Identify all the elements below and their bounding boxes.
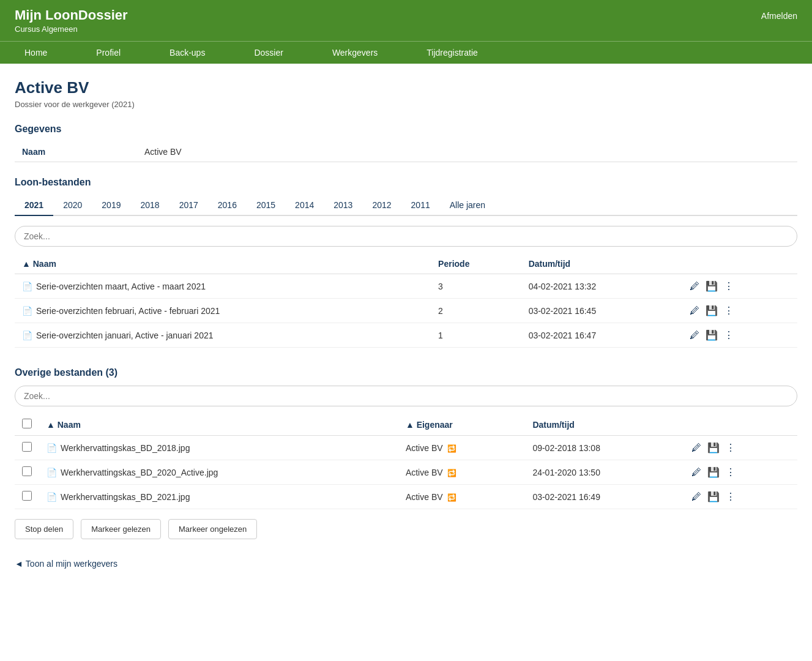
year-tab-2014[interactable]: 2014 [285, 195, 324, 216]
overige-checkbox-3[interactable] [22, 491, 32, 501]
overige-info-icon-2[interactable]: ⋮ [726, 466, 736, 478]
overige-row-1-datum: 09-02-2018 13:08 [525, 436, 683, 460]
gegevens-table: Naam Active BV [15, 142, 797, 162]
overige-col-eigenaar[interactable]: ▲ Eigenaar [398, 414, 525, 436]
info-icon-1[interactable]: ⋮ [724, 280, 734, 292]
app-title: Mijn LoonDossier [15, 7, 128, 23]
overige-section-title: Overige bestanden (3) [15, 367, 797, 378]
year-tab-2018[interactable]: 2018 [130, 195, 169, 216]
sort-eigenaar-icon: ▲ [406, 420, 414, 430]
download-icon-2[interactable]: 💾 [706, 305, 718, 316]
overige-download-icon-2[interactable]: 💾 [707, 466, 720, 478]
overige-row-2-cb [15, 460, 39, 485]
overige-row-2-eigenaar: Active BV 🔁 [398, 460, 525, 485]
overige-row-3-actions: 🖉 💾 ⋮ [684, 485, 797, 509]
edit-icon-3[interactable]: 🖉 [690, 330, 699, 341]
overige-file-icon-2: 📄 [47, 468, 57, 477]
info-icon-3[interactable]: ⋮ [724, 329, 734, 341]
loon-row-3-naam: 📄 Serie-overzichten januari, Active - ja… [15, 323, 431, 348]
overige-search-input[interactable] [15, 386, 797, 406]
loon-row-3-actions: 🖉 💾 ⋮ [682, 323, 797, 348]
overige-row-3-naam: 📄 Werkhervattingskas_BD_2021.jpg [39, 485, 398, 509]
loon-row-2: 📄 Serie-overzichten februari, Active - f… [15, 299, 797, 323]
nav-home[interactable]: Home [0, 42, 72, 64]
select-all-checkbox[interactable] [22, 419, 32, 428]
loon-col-actions [682, 254, 797, 274]
page-subtitle: Dossier voor de werkgever (2021) [15, 100, 797, 109]
loon-col-naam[interactable]: ▲ Naam [15, 254, 431, 274]
share-icon-2: 🔁 [447, 469, 456, 477]
download-icon-3[interactable]: 💾 [706, 329, 718, 341]
overige-download-icon-3[interactable]: 💾 [707, 491, 720, 502]
year-tab-2011[interactable]: 2011 [401, 195, 440, 216]
overige-row-3-cb [15, 485, 39, 509]
loon-row-1: 📄 Serie-overzichten maart, Active - maar… [15, 274, 797, 299]
year-tab-2020[interactable]: 2020 [53, 195, 92, 216]
overige-row-3-datum: 03-02-2021 16:49 [525, 485, 683, 509]
navigation: Home Profiel Back-ups Dossier Werkgevers… [0, 41, 812, 64]
overige-col-checkbox [15, 414, 39, 436]
year-tab-2012[interactable]: 2012 [362, 195, 401, 216]
overige-checkbox-1[interactable] [22, 442, 32, 452]
overige-row-2: 📄 Werkhervattingskas_BD_2020_Active.jpg … [15, 460, 797, 485]
sort-naam-overige-icon: ▲ [47, 420, 55, 430]
gegevens-section-title: Gegevens [15, 124, 797, 135]
nav-werkgevers[interactable]: Werkgevers [308, 42, 402, 64]
stop-delen-button[interactable]: Stop delen [15, 519, 73, 539]
year-tab-2013[interactable]: 2013 [324, 195, 362, 216]
loon-col-datum[interactable]: Datum/tijd [521, 254, 682, 274]
year-tab-2015[interactable]: 2015 [247, 195, 285, 216]
nav-tijdregistratie[interactable]: Tijdregistratie [402, 42, 502, 64]
markeer-gelezen-button[interactable]: Markeer gelezen [81, 519, 161, 539]
loon-bestanden-title: Loon-bestanden [15, 177, 797, 188]
overige-bestanden-table: ▲ Naam ▲ Eigenaar Datum/tijd 📄 [15, 414, 797, 509]
overige-row-2-datum: 24-01-2020 13:50 [525, 460, 683, 485]
nav-profiel[interactable]: Profiel [72, 42, 145, 64]
year-tab-2017[interactable]: 2017 [169, 195, 208, 216]
loon-search-input[interactable] [15, 226, 797, 247]
afmelden-button[interactable]: Afmelden [761, 7, 797, 21]
gegevens-naam-value: Active BV [137, 142, 797, 162]
overige-download-icon-1[interactable]: 💾 [707, 442, 720, 454]
overige-edit-icon-3[interactable]: 🖉 [691, 491, 701, 502]
overige-info-icon-3[interactable]: ⋮ [726, 491, 736, 502]
file-icon-2: 📄 [22, 306, 32, 316]
overige-row-3-eigenaar: Active BV 🔁 [398, 485, 525, 509]
year-tab-2019[interactable]: 2019 [92, 195, 130, 216]
loon-row-1-naam: 📄 Serie-overzichten maart, Active - maar… [15, 274, 431, 299]
year-tab-2021[interactable]: 2021 [15, 195, 53, 216]
download-icon-1[interactable]: 💾 [706, 280, 718, 292]
markeer-ongelezen-button[interactable]: Markeer ongelezen [168, 519, 257, 539]
back-link[interactable]: ◄ Toon al mijn werkgevers [15, 559, 797, 569]
file-icon-1: 📄 [22, 282, 32, 291]
overige-col-datum[interactable]: Datum/tijd [525, 414, 683, 436]
overige-row-2-naam: 📄 Werkhervattingskas_BD_2020_Active.jpg [39, 460, 398, 485]
file-icon-3: 📄 [22, 330, 32, 340]
nav-dossier[interactable]: Dossier [229, 42, 307, 64]
overige-row-1: 📄 Werkhervattingskas_BD_2018.jpg Active … [15, 436, 797, 460]
overige-info-icon-1[interactable]: ⋮ [726, 442, 736, 454]
loon-row-1-periode: 3 [431, 274, 521, 299]
share-icon-1: 🔁 [447, 444, 456, 453]
main-content: Active BV Dossier voor de werkgever (202… [0, 64, 812, 583]
loon-row-2-datum: 03-02-2021 16:45 [521, 299, 682, 323]
loon-row-3-datum: 03-02-2021 16:47 [521, 323, 682, 348]
overige-edit-icon-2[interactable]: 🖉 [691, 467, 701, 478]
sort-naam-icon: ▲ [22, 259, 31, 269]
info-icon-2[interactable]: ⋮ [724, 305, 734, 316]
edit-icon-2[interactable]: 🖉 [690, 305, 699, 316]
overige-edit-icon-1[interactable]: 🖉 [691, 443, 701, 454]
loon-col-periode[interactable]: Periode [431, 254, 521, 274]
year-tab-alle-jaren[interactable]: Alle jaren [440, 195, 495, 216]
gegevens-row: Naam Active BV [15, 142, 797, 162]
year-tab-2016[interactable]: 2016 [208, 195, 247, 216]
nav-backups[interactable]: Back-ups [145, 42, 229, 64]
edit-icon-1[interactable]: 🖉 [690, 281, 699, 292]
overige-checkbox-2[interactable] [22, 466, 32, 476]
overige-row-1-eigenaar: Active BV 🔁 [398, 436, 525, 460]
overige-file-icon-1: 📄 [47, 443, 57, 453]
loon-row-1-actions: 🖉 💾 ⋮ [682, 274, 797, 299]
overige-col-naam[interactable]: ▲ Naam [39, 414, 398, 436]
overige-row-3: 📄 Werkhervattingskas_BD_2021.jpg Active … [15, 485, 797, 509]
overige-row-1-cb [15, 436, 39, 460]
